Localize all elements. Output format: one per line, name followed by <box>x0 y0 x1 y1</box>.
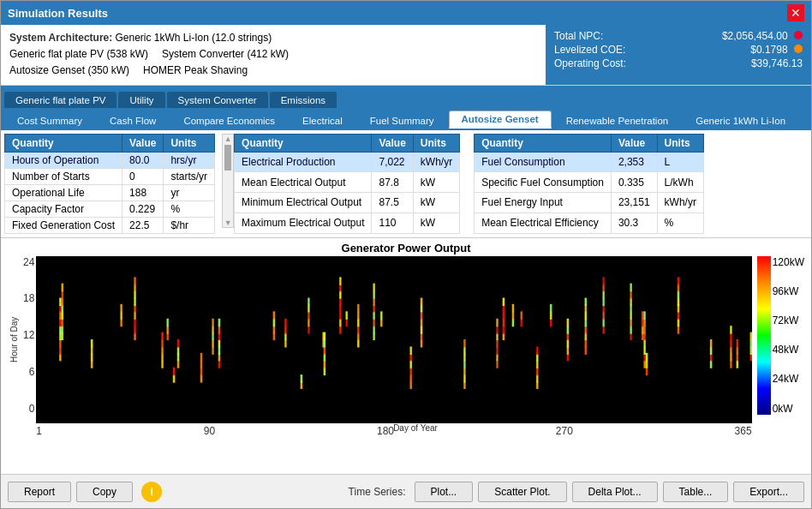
npc-dot <box>794 31 803 39</box>
t1r3-units: yr <box>164 184 215 201</box>
table-button[interactable]: Table... <box>663 482 729 502</box>
t2r1-quantity: Electrical Production <box>235 152 372 172</box>
operating-cost-value: $39,746.13 <box>751 57 803 69</box>
tab-fuel-summary[interactable]: Fuel Summary <box>357 112 447 129</box>
tab-bar-secondary: Cost Summary Cash Flow Compare Economics… <box>1 108 811 130</box>
t2r1-units: kWh/yr <box>413 152 459 172</box>
table-row: Electrical Production 7,022 kWh/yr <box>235 152 460 172</box>
table-row: Mean Electrical Output 87.8 kW <box>235 172 460 193</box>
scroll-thumb[interactable] <box>224 145 231 171</box>
t3r3-quantity: Fuel Energy Input <box>475 193 612 213</box>
tab-system-converter[interactable]: System Converter <box>167 92 268 108</box>
t3r3-units: kWh/yr <box>657 193 703 213</box>
table1-scrollbar[interactable]: ▲ ▼ <box>222 134 234 228</box>
tables-section: Quantity Value Units Hours of Operation … <box>1 130 811 238</box>
table-row: Mean Electrical Efficiency 30.3 % <box>475 213 704 233</box>
plot-button[interactable]: Plot... <box>415 482 474 502</box>
report-button[interactable]: Report <box>8 482 71 502</box>
t1r4-value: 0.229 <box>122 201 164 217</box>
table2-header-quantity: Quantity <box>235 134 372 152</box>
table-row: Fuel Energy Input 23,151 kWh/yr <box>475 193 704 213</box>
x-tick-180: 180 <box>377 425 394 437</box>
homer-label: HOMER Peak Shaving <box>143 64 248 76</box>
levelized-coe-label: Levelized COE: <box>554 44 625 56</box>
t2r4-units: kW <box>413 213 459 233</box>
table2: Quantity Value Units Electrical Producti… <box>234 134 460 234</box>
y-tick-18: 18 <box>23 292 34 304</box>
table-row: Hours of Operation 80.0 hrs/yr <box>5 152 215 168</box>
t2r2-quantity: Mean Electrical Output <box>235 172 372 193</box>
tab-utility[interactable]: Utility <box>118 92 164 108</box>
pv-converter-line: Generic flat plate PV (538 kW) System Co… <box>9 46 537 63</box>
table1-header-units: Units <box>164 134 215 152</box>
t1r5-quantity: Fixed Generation Cost <box>5 217 122 233</box>
t1r1-quantity: Hours of Operation <box>5 152 122 168</box>
t3r4-quantity: Mean Electrical Efficiency <box>475 213 612 233</box>
x-tick-270: 270 <box>556 425 573 437</box>
t1r4-quantity: Capacity Factor <box>5 201 122 217</box>
cb-label-96: 96kW <box>773 285 804 297</box>
y-tick-0: 0 <box>23 403 34 415</box>
total-npc-value: $2,056,454.00 <box>722 30 803 42</box>
cb-label-120: 120kW <box>773 256 804 268</box>
table1: Quantity Value Units Hours of Operation … <box>4 134 215 234</box>
chart-title: Generator Power Output <box>8 242 804 254</box>
info-icon[interactable]: i <box>141 482 162 502</box>
levelized-coe-value: $0.1798 <box>750 44 803 56</box>
cb-label-0: 0kW <box>773 403 804 415</box>
y-tick-24: 24 <box>23 256 34 268</box>
table-row: Operational Life 188 yr <box>5 184 215 201</box>
t3r4-units: % <box>657 213 703 233</box>
table3-header-value: Value <box>611 134 657 152</box>
table-row: Minimum Electrical Output 87.5 kW <box>235 193 460 213</box>
t2r4-quantity: Maximum Electrical Output <box>235 213 372 233</box>
x-tick-1: 1 <box>36 425 42 437</box>
t1r5-units: $/hr <box>164 217 215 233</box>
scroll-up-arrow[interactable]: ▲ <box>223 135 233 143</box>
scatter-plot-button[interactable]: Scatter Plot. <box>478 482 566 502</box>
total-npc-row: Total NPC: $2,056,454.00 <box>554 30 803 42</box>
scroll-down-arrow[interactable]: ▼ <box>223 219 233 227</box>
table-row: Maximum Electrical Output 110 kW <box>235 213 460 233</box>
table3-header-quantity: Quantity <box>475 134 612 152</box>
t3r2-units: L/kWh <box>657 172 703 193</box>
t2r3-value: 87.5 <box>372 193 413 213</box>
genset-homer-line: Autosize Genset (350 kW) HOMER Peak Shav… <box>9 63 537 79</box>
table1-header-value: Value <box>122 134 164 152</box>
tab-autosize-genset[interactable]: Autosize Genset <box>449 111 552 129</box>
copy-button[interactable]: Copy <box>76 482 133 502</box>
tab-emissions[interactable]: Emissions <box>270 92 337 108</box>
npc-panel: Total NPC: $2,056,454.00 Levelized COE: … <box>546 25 811 85</box>
y-tick-6: 6 <box>23 366 34 378</box>
tab-pv[interactable]: Generic flat plate PV <box>4 92 116 108</box>
title-bar: Simulation Results ✕ <box>1 1 811 25</box>
window-title: Simulation Results <box>8 7 108 20</box>
system-info-left: System Architecture: Generic 1kWh Li-Ion… <box>9 30 537 80</box>
tab-li-ion[interactable]: Generic 1kWh Li-Ion <box>683 112 798 129</box>
system-info-panel: System Architecture: Generic 1kWh Li-Ion… <box>1 25 811 86</box>
operating-cost-label: Operating Cost: <box>554 57 626 69</box>
tab-renewable-penetration[interactable]: Renewable Penetration <box>553 112 682 129</box>
architecture-label: System Architecture: <box>9 32 112 44</box>
y-tick-labels: 24 18 12 6 0 <box>23 256 34 415</box>
tab-compare-economics[interactable]: Compare Economics <box>170 112 288 129</box>
table3: Quantity Value Units Fuel Consumption 2,… <box>474 134 704 234</box>
t3r1-units: L <box>657 152 703 172</box>
table1-header-quantity: Quantity <box>5 134 122 152</box>
tab-cash-flow[interactable]: Cash Flow <box>97 112 169 129</box>
chart-plot-area: 1 90 180 270 365 <box>36 256 751 423</box>
delta-plot-button[interactable]: Delta Plot... <box>572 482 658 502</box>
t1r2-units: starts/yr <box>164 168 215 184</box>
cb-label-48: 48kW <box>773 344 804 356</box>
chart-area: Hour of Day 24 18 12 6 0 1 90 180 270 36… <box>8 256 804 423</box>
t2r1-value: 7,022 <box>372 152 413 172</box>
tab-electrical[interactable]: Electrical <box>290 112 355 129</box>
cb-label-72: 72kW <box>773 314 804 326</box>
simulation-results-window: Simulation Results ✕ System Architecture… <box>0 0 812 509</box>
tab-cost-summary[interactable]: Cost Summary <box>4 112 95 129</box>
t2r3-quantity: Minimum Electrical Output <box>235 193 372 213</box>
y-tick-12: 12 <box>23 329 34 341</box>
export-button[interactable]: Export... <box>733 482 804 502</box>
close-button[interactable]: ✕ <box>787 4 804 21</box>
t3r1-quantity: Fuel Consumption <box>475 152 612 172</box>
